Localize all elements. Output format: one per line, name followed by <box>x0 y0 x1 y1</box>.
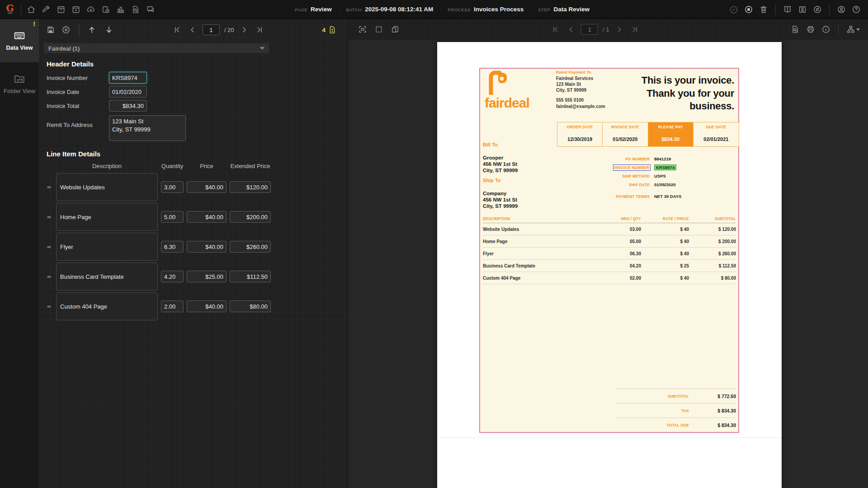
row-description: Custom 404 Page <box>483 276 599 281</box>
last-page-icon[interactable] <box>254 24 265 35</box>
quantity-input[interactable] <box>161 181 184 193</box>
fit-screen-icon[interactable] <box>357 24 368 35</box>
move-up-icon[interactable] <box>86 24 97 35</box>
price-input[interactable] <box>187 211 226 223</box>
layout-hierarchy-icon[interactable] <box>845 24 861 35</box>
row-grip-icon[interactable] <box>47 274 53 279</box>
preview-search-icon[interactable] <box>790 24 801 35</box>
chevron-down-icon <box>856 28 860 31</box>
book-open-icon[interactable] <box>782 4 793 15</box>
batch-process-icon[interactable] <box>71 4 81 15</box>
invoice-date-input[interactable] <box>109 86 147 98</box>
invoice-message: This is your invoice. Thank you for your… <box>642 74 734 113</box>
viewer-first-page-icon[interactable] <box>550 24 561 35</box>
copy-pages-icon[interactable] <box>390 24 401 35</box>
tools-icon[interactable] <box>41 4 52 15</box>
invoice-number-input[interactable] <box>109 72 147 84</box>
batches-box-icon[interactable] <box>56 4 66 15</box>
remit-addr2: City, ST 99999 <box>556 87 605 93</box>
tax-label: TAX <box>616 408 700 413</box>
line-item-row: Website Updates <box>47 173 348 201</box>
complete-badge-icon[interactable] <box>728 4 739 15</box>
line-item-column-headers: Description Quantity Price Extended Pric… <box>47 162 348 170</box>
price-input[interactable] <box>187 300 226 312</box>
move-down-icon[interactable] <box>104 24 114 35</box>
stop-icon[interactable] <box>743 4 754 15</box>
top-bar: G PAGE Review · BATCH 2025-09 <box>0 0 868 19</box>
description-input[interactable]: Website Updates <box>56 173 158 201</box>
quantity-input[interactable] <box>161 271 184 282</box>
row-grip-icon[interactable] <box>47 185 53 190</box>
user-account-icon[interactable] <box>836 4 847 15</box>
document-group-header[interactable]: Fairdeal (1) <box>44 43 269 54</box>
print-icon[interactable] <box>805 24 816 35</box>
invoice-date-cell: INVOICE DATE 01/02/2020 <box>603 122 648 146</box>
description-input[interactable]: Business Card Template <box>56 263 158 291</box>
quantity-input[interactable] <box>161 300 184 312</box>
quantity-input[interactable] <box>161 241 184 253</box>
viewer-last-page-icon[interactable] <box>629 24 640 35</box>
invoice-total-input[interactable] <box>109 100 147 112</box>
line-item-row: Business Card Template <box>47 263 348 291</box>
description-input[interactable]: Home Page <box>56 203 158 231</box>
cloud-upload-icon[interactable] <box>85 4 96 15</box>
please-pay-cell: PLEASE PAY $834.30 <box>648 122 693 146</box>
split-columns-icon[interactable] <box>797 4 808 15</box>
row-grip-icon[interactable] <box>47 304 53 309</box>
info-icon[interactable] <box>821 24 831 35</box>
row-grip-icon[interactable] <box>47 215 53 220</box>
description-input[interactable]: Custom 404 Page <box>56 292 158 320</box>
price-input[interactable] <box>187 271 226 282</box>
quantity-input[interactable] <box>161 211 184 223</box>
page-number-input[interactable] <box>203 24 220 35</box>
ship-to-label: Ship To <box>483 178 518 183</box>
row-description: Website Updates <box>483 227 599 232</box>
remit-address-input[interactable]: 123 Main St City, ST 99999 <box>109 115 186 141</box>
next-page-icon[interactable] <box>239 24 250 35</box>
sync-link-icon[interactable] <box>812 4 823 15</box>
row-qty: 06.30 <box>599 251 641 256</box>
viewer-prev-page-icon[interactable] <box>566 24 576 35</box>
file-search-icon[interactable] <box>130 4 141 15</box>
price-input[interactable] <box>187 181 226 193</box>
extended-price-input[interactable] <box>230 271 271 282</box>
viewer-next-page-icon[interactable] <box>614 24 625 35</box>
price-input[interactable] <box>187 241 226 253</box>
viewer-canvas[interactable]: fairdeal Remit Payment To Fairdeal Servi… <box>348 40 868 488</box>
document-pager: / 20 <box>172 24 265 35</box>
bill-to-label: Bill To <box>483 142 518 148</box>
save-icon[interactable] <box>45 24 56 35</box>
viewer-page-number-input[interactable] <box>581 24 598 35</box>
invoice-date-label: Invoice Date <box>47 89 109 95</box>
first-page-icon[interactable] <box>172 24 183 35</box>
bar-chart-icon[interactable] <box>115 4 126 15</box>
delete-trash-icon[interactable] <box>758 4 769 15</box>
description-input[interactable]: Flyer <box>56 233 158 261</box>
tab-data-view[interactable]: ! Data View <box>0 19 39 62</box>
clipboard-clock-icon[interactable] <box>100 4 111 15</box>
breadcrumb-process-label: PROCESS <box>448 7 471 12</box>
form-content: Header Details Invoice Number Invoice Da… <box>39 54 348 320</box>
extended-price-input[interactable] <box>230 241 271 253</box>
help-icon[interactable] <box>851 4 862 15</box>
grooper-logo[interactable]: G <box>0 4 20 14</box>
extended-price-input[interactable] <box>230 181 271 193</box>
breadcrumb-page-label: PAGE <box>295 7 307 12</box>
cancel-icon[interactable] <box>61 24 71 35</box>
marquee-select-icon[interactable] <box>373 24 384 35</box>
prev-page-icon[interactable] <box>187 24 198 35</box>
document-viewer: / 1 <box>348 19 868 488</box>
row-grip-icon[interactable] <box>47 244 53 249</box>
invoice-table-row: Business Card Template 04.20 $ 25 $ 112.… <box>483 260 736 272</box>
tab-folder-view[interactable]: Folder View <box>0 62 39 106</box>
invoice-number-highlight[interactable]: KRS8974 <box>654 164 676 170</box>
please-pay-value: $834.30 <box>648 131 693 146</box>
subtotal-label: SUBTOTAL <box>616 394 700 399</box>
extended-price-input[interactable] <box>230 211 271 223</box>
home-icon[interactable] <box>26 4 37 15</box>
row-description: Flyer <box>483 251 599 256</box>
chat-icon[interactable] <box>145 4 156 15</box>
document-page[interactable]: fairdeal Remit Payment To Fairdeal Servi… <box>437 42 782 488</box>
extended-price-input[interactable] <box>230 300 271 312</box>
remit-addr1: 123 Main St <box>556 81 605 87</box>
